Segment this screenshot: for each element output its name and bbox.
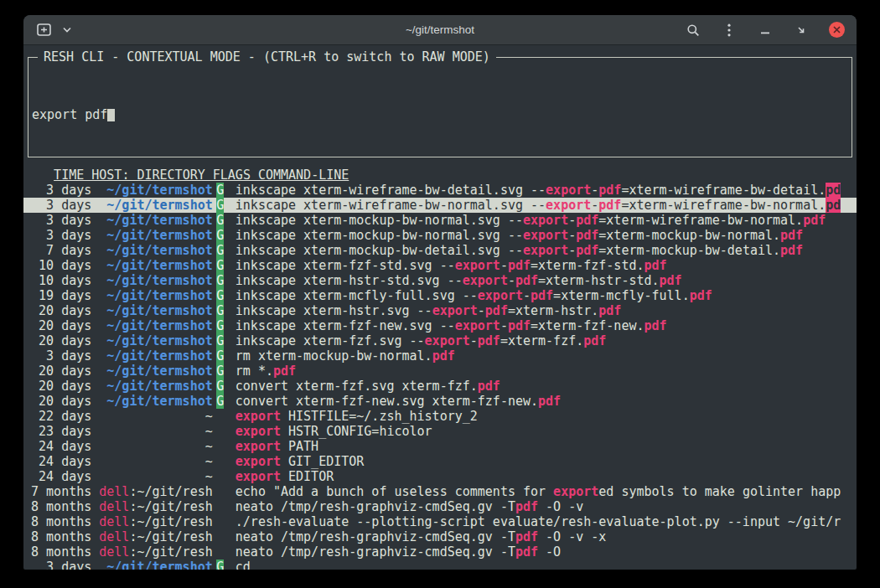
history-row[interactable]: 20 days ~/git/termshot G inkscape xterm-… [23,333,857,348]
history-row[interactable]: 8 months dell:~/git/resh neato /tmp/resh… [23,544,857,560]
row-flags: G [213,379,228,394]
row-command: neato /tmp/resh-graphviz-cmdSeq.gv -Tpdf… [228,499,857,514]
resh-search-panel: RESH CLI - CONTEXTUAL MODE - (CTRL+R to … [28,57,852,157]
history-row[interactable]: 24 days ~ export PATH [23,439,857,454]
titlebar: ~/git/termshot [23,15,857,45]
row-flags [213,409,228,424]
row-command: neato /tmp/resh-graphviz-cmdSeq.gv -Tpdf… [228,544,857,560]
row-host-directory: ~/git/termshot [91,198,212,213]
history-row[interactable]: 7 days ~/git/termshot G inkscape xterm-m… [23,243,857,258]
row-host-directory: ~ [91,454,212,469]
row-time: 8 months [23,499,91,514]
history-row[interactable]: 20 days ~/git/termshot G inkscape xterm-… [23,303,857,318]
row-command: inkscape xterm-mockup-bw-normal.svg --ex… [228,228,857,243]
row-time: 19 days [23,288,91,303]
history-row[interactable]: 3 days ~/git/termshot G cd [23,560,857,570]
history-row[interactable]: 20 days ~/git/termshot G inkscape xterm-… [23,318,857,333]
row-flags [213,529,228,544]
history-row[interactable]: 8 months dell:~/git/resh ./resh-evaluate… [23,514,857,529]
minimize-button[interactable] [757,21,774,39]
history-row[interactable]: 3 days ~/git/termshot G inkscape xterm-m… [23,228,857,243]
row-command: inkscape xterm-fzf.svg --export-pdf=xter… [228,333,857,348]
row-flags: G [213,243,228,258]
row-host-directory: dell:~/git/resh [91,544,212,560]
row-host-directory: ~/git/termshot [91,379,212,394]
close-icon [833,26,841,34]
row-time: 24 days [23,454,91,469]
close-button[interactable] [829,22,845,38]
history-row[interactable]: 3 days ~/git/termshot G rm xterm-mockup-… [23,348,857,364]
history-row[interactable]: 24 days ~ export GIT_EDITOR [23,454,857,469]
row-flags: G [213,318,228,333]
row-host-directory: ~/git/termshot [91,318,212,333]
row-host-directory: ~/git/termshot [91,333,212,348]
row-host-directory: ~/git/termshot [91,243,212,258]
row-time: 3 days [23,198,91,213]
row-flags: G [213,560,228,570]
row-flags [213,484,228,499]
row-command: rm *.pdf [228,364,857,379]
row-host-directory: ~/git/termshot [91,364,212,379]
session-dropdown-button[interactable] [59,21,75,39]
menu-button[interactable] [721,21,738,39]
history-row[interactable]: 23 days ~ export HSTR_CONFIG=hicolor [23,424,857,439]
row-time: 10 days [23,273,91,288]
row-host-directory: ~ [91,439,212,454]
search-query-text: export pdf [32,107,107,122]
row-host-directory: ~/git/termshot [91,213,212,228]
row-time: 23 days [23,424,91,439]
row-command: export EDITOR [228,469,857,484]
search-button[interactable] [685,21,701,39]
terminal-window: ~/git/termshot [23,15,857,570]
row-flags: G [213,258,228,273]
history-row[interactable]: 24 days ~ export EDITOR [23,469,857,484]
row-time: 3 days [23,183,91,198]
search-input[interactable]: export pdf [32,107,846,122]
history-row[interactable]: 8 months dell:~/git/resh neato /tmp/resh… [23,499,857,514]
row-time: 20 days [23,303,91,318]
resh-panel-title: RESH CLI - CONTEXTUAL MODE - (CTRL+R to … [38,49,496,64]
row-time: 8 months [23,544,91,560]
history-row[interactable]: 10 days ~/git/termshot G inkscape xterm-… [23,258,857,273]
row-flags: G [213,288,228,303]
row-host-directory: ~/git/termshot [91,560,212,570]
row-host-directory: ~/git/termshot [91,273,212,288]
history-row[interactable]: 20 days ~/git/termshot G rm *.pdf [23,364,857,379]
row-flags [213,439,228,454]
kebab-menu-icon [727,23,731,37]
row-command: ./resh-evaluate --plotting-script evalua… [228,514,857,529]
history-row[interactable]: 7 months dell:~/git/resh echo "Add a bun… [23,484,857,499]
row-time: 3 days [23,348,91,364]
restore-icon [796,25,806,35]
row-host-directory: ~/git/termshot [91,183,212,198]
history-row[interactable]: 3 days ~/git/termshot G inkscape xterm-m… [23,213,857,228]
row-command: export HISTFILE=~/.zsh_history_2 [228,409,857,424]
restore-button[interactable] [793,21,810,39]
new-tab-button[interactable] [35,21,52,39]
row-host-directory: dell:~/git/resh [91,499,212,514]
history-row[interactable]: 20 days ~/git/termshot G convert xterm-f… [23,394,857,409]
history-row[interactable]: 8 months dell:~/git/resh neato /tmp/resh… [23,529,857,544]
row-flags: G [213,394,228,409]
history-row[interactable]: 10 days ~/git/termshot G inkscape xterm-… [23,273,857,288]
row-time: 20 days [23,333,91,348]
history-row[interactable]: 3 days ~/git/termshot G inkscape xterm-w… [23,198,857,213]
row-host-directory: ~/git/termshot [91,394,212,409]
row-command: inkscape xterm-fzf-new.svg --export-pdf=… [228,318,857,333]
row-command: inkscape xterm-mockup-bw-detail.svg --ex… [228,243,857,258]
row-flags: G [213,213,228,228]
history-row[interactable]: 20 days ~/git/termshot G convert xterm-f… [23,379,857,394]
row-time: 24 days [23,469,91,484]
search-icon [686,23,700,37]
row-command: export HSTR_CONFIG=hicolor [228,424,857,439]
history-row[interactable]: 19 days ~/git/termshot G inkscape xterm-… [23,288,857,303]
row-time: 3 days [23,560,91,570]
row-host-directory: dell:~/git/resh [91,514,212,529]
history-row[interactable]: 22 days ~ export HISTFILE=~/.zsh_history… [23,409,857,424]
row-flags: G [213,183,228,198]
row-command: inkscape xterm-hstr.svg --export-pdf=xte… [228,303,857,318]
history-row[interactable]: 3 days ~/git/termshot G inkscape xterm-w… [23,183,857,198]
row-host-directory: dell:~/git/resh [91,484,212,499]
history-list: 3 days ~/git/termshot G inkscape xterm-w… [23,183,857,570]
text-cursor [107,109,115,121]
